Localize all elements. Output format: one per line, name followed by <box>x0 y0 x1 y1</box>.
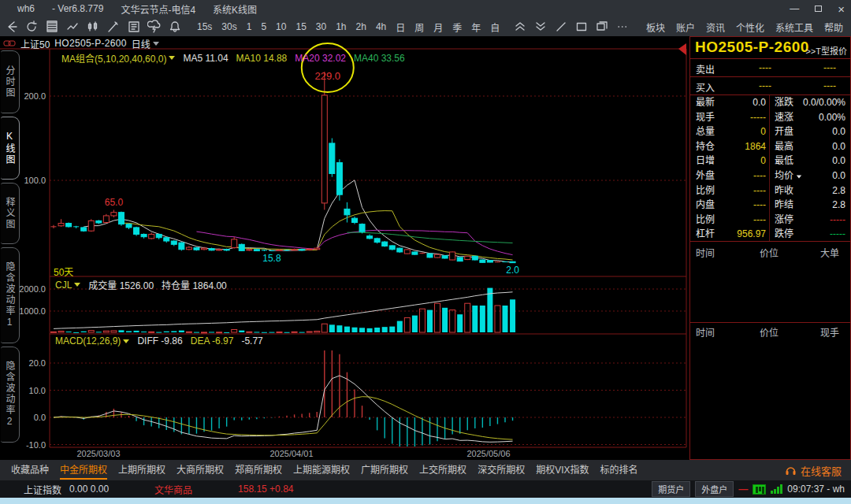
back-icon[interactable] <box>2 20 20 34</box>
left-tab-释义图[interactable]: 释义图 <box>1 183 20 244</box>
overlay-icon[interactable] <box>593 20 611 34</box>
quote-field-value: 0.0 <box>832 154 845 169</box>
ma-indicator-header[interactable]: MA组合(5,10,20,40,60,0)MA5 11.04MA10 14.88… <box>61 51 405 65</box>
indicator-name[interactable]: CJL <box>55 280 80 291</box>
exchange-tab-郑商所期权[interactable]: 郑商所期权 <box>235 461 282 480</box>
chart-region: 200.0100.02000.01000.020.010.00.0-10.020… <box>0 36 689 460</box>
open-interest-line <box>54 292 513 329</box>
left-tab-隐含波动率2[interactable]: 隐含波动率2 <box>1 346 20 443</box>
indicator-value: -5.77 <box>241 335 262 346</box>
exchange-tab-标的排名[interactable]: 标的排名 <box>600 461 637 480</box>
menu-板块[interactable]: 板块 <box>646 20 665 34</box>
more-icon[interactable] <box>613 20 632 34</box>
left-tab-分时图[interactable]: 分时图 <box>1 50 20 113</box>
period-button-1h[interactable]: 1h <box>331 21 351 32</box>
svg-text:2025/03/03: 2025/03/03 <box>76 449 120 458</box>
online-service-link[interactable]: 在线客服 <box>785 460 842 480</box>
expand-icon[interactable] <box>531 20 550 34</box>
menu-资讯[interactable]: 资讯 <box>706 20 725 34</box>
period-button-4h[interactable]: 4h <box>371 21 391 32</box>
period-button-季[interactable]: 季 <box>448 20 466 34</box>
period-button-30[interactable]: 30 <box>311 21 331 32</box>
period-button-15[interactable]: 15 <box>291 21 310 32</box>
market-monitor-icon[interactable] <box>753 484 766 495</box>
exchange-tab-上期所期权[interactable]: 上期所期权 <box>118 461 165 480</box>
quote-field-label[interactable]: 均价 <box>775 169 802 183</box>
menu-系统工具[interactable]: 系统工具 <box>775 20 813 34</box>
exchange-tab-期权VIX指数[interactable]: 期权VIX指数 <box>536 461 589 480</box>
period-button-2h[interactable]: 2h <box>351 21 371 32</box>
headset-icon <box>785 465 797 476</box>
alert-bell-icon[interactable] <box>165 20 184 34</box>
kline-chart-canvas[interactable]: 200.0100.02000.01000.020.010.00.0-10.020… <box>0 36 689 460</box>
refresh-icon[interactable] <box>22 20 41 34</box>
contract-symbol[interactable]: HO2505-P-2600 <box>54 38 126 49</box>
line-chart-icon[interactable] <box>63 20 82 34</box>
period-button-30s[interactable]: 30s <box>217 21 241 32</box>
macd-indicator-header[interactable]: MACD(12,26,9)DIFF -9.86DEA -6.97-5.77 <box>55 335 263 346</box>
quote-list-icon[interactable] <box>43 20 61 34</box>
quote-field-value: ---- <box>753 198 766 213</box>
period-button-周[interactable]: 周 <box>410 20 429 34</box>
exchange-tab-收藏品种[interactable]: 收藏品种 <box>11 461 49 480</box>
maximize-button[interactable] <box>815 3 822 14</box>
exchange-tab-广期所期权[interactable]: 广期所期权 <box>361 461 408 480</box>
period-button-15s[interactable]: 15s <box>192 21 217 32</box>
quote-field-value: 0.0 <box>832 169 845 183</box>
period-button-月[interactable]: 月 <box>429 20 448 34</box>
period-button-1[interactable]: 1 <box>242 21 257 32</box>
quote-field-value: 0.0 <box>753 95 766 110</box>
quote-field-value: 0.0/0.00% <box>803 95 845 110</box>
futures-account-button[interactable]: 期货户 <box>652 481 690 497</box>
quote-field-value: 0 <box>760 154 766 169</box>
t-quote-link[interactable]: >>T型报价 <box>805 44 847 57</box>
index-quote-label[interactable]: 上证指数 <box>24 483 61 496</box>
quote-field-label: 昨收 <box>775 183 793 198</box>
rect-tool-icon[interactable] <box>572 20 591 34</box>
volume-indicator-header[interactable]: CJL成交量 1526.00持仓量 1864.00 <box>55 278 227 291</box>
index-name[interactable]: 上证50 <box>20 37 50 50</box>
quote-field-value: ---- <box>753 183 766 198</box>
quote-field-label: 现手 <box>696 110 715 125</box>
exchange-tab-大商所期权[interactable]: 大商所期权 <box>177 461 224 480</box>
quote-grid: 最新0.0涨跌0.0/0.00%现手-----速涨0.00%总量0开盘0.0持仓… <box>690 95 850 242</box>
exchange-tab-上期能源期权[interactable]: 上期能源期权 <box>293 461 350 480</box>
svg-text:15.8: 15.8 <box>262 253 281 264</box>
title-bar: wh6 - Ver6.8.779 文华云节点-电信4 系统K线图 — × <box>0 0 851 17</box>
quote-field-label: 比例 <box>696 183 715 198</box>
exchange-tab-中金所期权[interactable]: 中金所期权 <box>60 461 107 480</box>
exchange-tab-上交所期权[interactable]: 上交所期权 <box>419 461 466 480</box>
period-button-年[interactable]: 年 <box>466 20 485 34</box>
period-selector[interactable]: 日线 <box>132 37 159 50</box>
menu-帮助[interactable]: 帮助 <box>824 20 843 34</box>
quote-field-label: 开盘 <box>775 124 793 139</box>
menu-个性化[interactable]: 个性化 <box>736 20 764 34</box>
drawing-icon[interactable] <box>104 20 123 34</box>
external-account-button[interactable]: 外盘户 <box>695 481 734 497</box>
cloud-flash-icon[interactable] <box>145 20 164 34</box>
menu-账户[interactable]: 账户 <box>676 20 695 34</box>
period-button-日[interactable]: 日 <box>391 20 410 34</box>
close-button[interactable]: × <box>838 2 845 16</box>
annotations-layer: 229.065.015.82.0 <box>105 43 519 276</box>
period-button-5[interactable]: 5 <box>256 21 271 32</box>
candlestick-icon[interactable] <box>84 20 102 34</box>
ma-lines-layer <box>84 180 512 262</box>
left-tab-K线图[interactable]: K线图 <box>1 117 20 180</box>
left-tab-隐含波动率1[interactable]: 隐含波动率1 <box>1 247 20 343</box>
wenhua-index-label[interactable]: 文华商品 <box>154 483 192 496</box>
order-panel-icon[interactable] <box>124 20 143 34</box>
period-button-10[interactable]: 10 <box>271 21 291 32</box>
table-col-时间: 时间 <box>696 246 715 259</box>
trendline-icon[interactable] <box>552 20 570 34</box>
quote-field-label: 比例 <box>696 213 715 228</box>
period-button-自[interactable]: 自 <box>485 20 504 34</box>
quote-field-label: 最新 <box>696 95 715 110</box>
quote-field-value: 956.97 <box>737 227 766 242</box>
table-col-时间: 时间 <box>696 325 715 339</box>
indicator-name[interactable]: MACD(12,26,9) <box>55 335 129 346</box>
minimize-button[interactable]: — <box>790 3 799 14</box>
indicator-name[interactable]: MA组合(5,10,20,40,60,0) <box>61 51 175 65</box>
exchange-tab-深交所期权[interactable]: 深交所期权 <box>478 461 525 480</box>
compress-icon[interactable] <box>511 20 530 34</box>
